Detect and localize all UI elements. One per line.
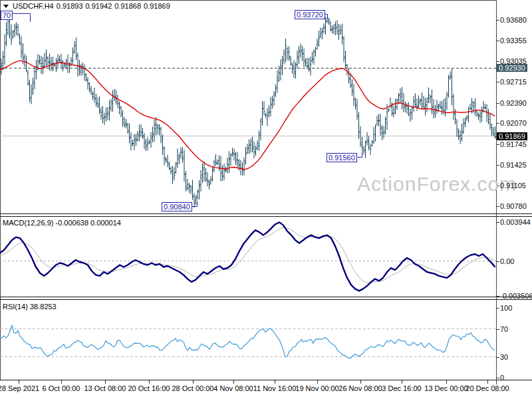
time-axis-label: 28 Oct 00:00 (172, 384, 214, 392)
price-callout-low: 0.90840 (162, 202, 192, 211)
time-axis-label: 11 Nov 16:00 (253, 384, 297, 392)
price-axis-label: 0.92390 (500, 99, 527, 107)
time-axis-label: 13 Dec 00:00 (424, 384, 467, 392)
rsi-indicator-label: RSI(14) 38.8253 (3, 303, 57, 311)
macd-indicator-label: MACD(12,26,9) -0.000638 0.000014 (3, 219, 121, 227)
ohlc-high: 0.91942 (86, 2, 112, 10)
price-axis-label: 0.91745 (500, 140, 527, 148)
symbol-dropdown-icon[interactable] (3, 5, 9, 8)
chart-canvas[interactable] (0, 0, 532, 399)
price-axis-label: 0.91425 (500, 161, 527, 169)
price-callout-high: 0.93720 (295, 10, 325, 19)
ohlc-open: 0.91893 (57, 2, 83, 10)
price-axis[interactable]: 0.936800.933550.930350.929300.927150.923… (497, 0, 532, 380)
rsi-axis-label: 100 (500, 304, 512, 312)
macd-axis-label: -0.003506 (500, 292, 532, 300)
price-axis-label: 0.93680 (500, 16, 527, 24)
time-axis-label: 6 Oct 00:00 (43, 384, 80, 392)
rsi-name: RSI(14) (3, 303, 28, 311)
rsi-axis-label: 30 (500, 353, 508, 361)
price-axis-label: 0.92930 (497, 64, 527, 72)
ohlc-low: 0.91868 (114, 2, 141, 10)
watermark: ActionForex.com (357, 173, 517, 196)
symbol-label: USDCHF,H4 (13, 2, 54, 10)
time-axis-label: 20 Oct 16:00 (128, 384, 170, 392)
macd-name: MACD(12,26,9) (3, 219, 53, 227)
price-axis-label: 0.91869 (497, 132, 527, 140)
price-axis-label: 0.92715 (500, 78, 527, 86)
trading-chart-window: USDCHF,H4 0.91893 0.91942 0.91868 0.9186… (0, 0, 532, 399)
time-axis-label: 13 Oct 08:00 (84, 384, 126, 392)
time-axis-label: 26 Nov 08:00 (338, 384, 382, 392)
time-axis-label: 28 Sep 2021 (0, 384, 39, 392)
macd-values: -0.000638 0.000014 (55, 219, 120, 227)
price-callout-support: 0.91560 (327, 153, 357, 162)
time-axis[interactable]: 28 Sep 20216 Oct 00:0013 Oct 08:0020 Oct… (0, 381, 532, 399)
time-axis-label: 3 Dec 16:00 (382, 384, 421, 392)
rsi-value: 38.8253 (30, 303, 57, 311)
chart-header: USDCHF,H4 0.91893 0.91942 0.91868 0.9186… (3, 2, 170, 10)
time-axis-label: 4 Nov 08:00 (213, 384, 253, 392)
price-axis-label: 0.92070 (500, 119, 527, 127)
ohlc-close: 0.91869 (144, 2, 170, 10)
price-axis-label: 0.93355 (500, 37, 527, 45)
price-axis-label: 0.91105 (500, 182, 526, 190)
time-axis-label: 20 Dec 08:00 (466, 384, 509, 392)
price-callout-topleft: 70 (1, 11, 13, 20)
macd-axis-label: 0.003944 (500, 218, 531, 226)
rsi-axis-label: 70 (500, 325, 508, 333)
time-axis-label: 19 Nov 00:00 (295, 384, 338, 392)
price-axis-label: 0.90780 (500, 202, 527, 210)
macd-axis-label: 0.00 (500, 257, 514, 265)
